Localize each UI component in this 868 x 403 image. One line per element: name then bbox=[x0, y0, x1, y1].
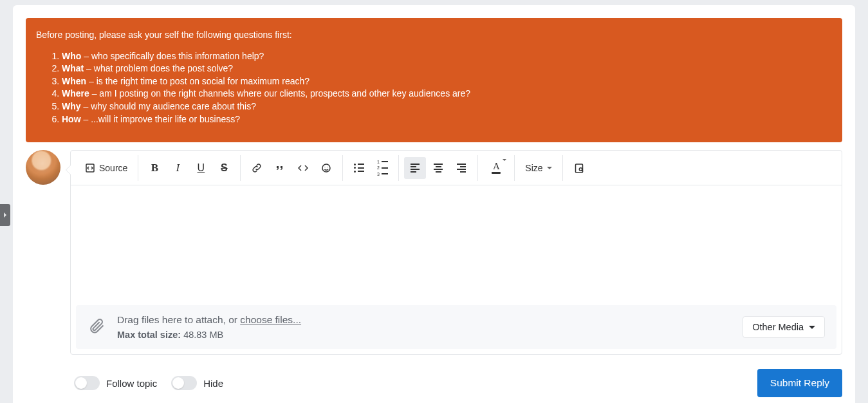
paperclip-icon bbox=[88, 317, 106, 337]
avatar[interactable] bbox=[26, 150, 60, 185]
other-media-button[interactable]: Other Media bbox=[743, 316, 825, 338]
font-size-button[interactable]: Size bbox=[520, 157, 557, 179]
emoji-button[interactable] bbox=[315, 157, 337, 179]
bold-button[interactable]: B bbox=[143, 157, 165, 179]
svg-point-2 bbox=[325, 167, 326, 167]
strike-button[interactable]: S bbox=[213, 157, 235, 179]
editor-textarea[interactable] bbox=[71, 185, 842, 305]
attach-instruction: Drag files here to attach, or choose fil… bbox=[117, 314, 731, 326]
editor-frame: Source B I U S bbox=[70, 150, 842, 355]
bullet-list-button[interactable] bbox=[348, 157, 370, 179]
align-left-button[interactable] bbox=[404, 157, 426, 179]
guideline-item: Where – am I posting on the right channe… bbox=[62, 88, 832, 100]
source-label: Source bbox=[99, 163, 127, 173]
source-button[interactable]: Source bbox=[80, 157, 133, 179]
align-center-button[interactable] bbox=[427, 157, 449, 179]
guideline-item: Who – who specifically does this informa… bbox=[62, 50, 832, 63]
guideline-item: When – is the right time to post on soci… bbox=[62, 75, 832, 88]
guidelines-intro: Before posting, please ask your self the… bbox=[36, 29, 832, 42]
hide-label: Hide bbox=[203, 378, 223, 389]
quote-button[interactable] bbox=[269, 157, 291, 179]
footer-row: Follow topic Hide Submit Reply bbox=[26, 355, 842, 403]
attachment-area: Drag files here to attach, or choose fil… bbox=[76, 305, 836, 349]
follow-topic-toggle[interactable] bbox=[74, 376, 100, 390]
svg-point-1 bbox=[322, 164, 330, 172]
posting-guidelines: Before posting, please ask your self the… bbox=[26, 18, 842, 142]
attach-max-size: Max total size: 48.83 MB bbox=[117, 330, 731, 340]
underline-button[interactable]: U bbox=[190, 157, 212, 179]
choose-files-link[interactable]: choose files... bbox=[240, 314, 301, 325]
preview-button[interactable] bbox=[568, 157, 590, 179]
italic-button[interactable]: I bbox=[167, 157, 189, 179]
submit-reply-button[interactable]: Submit Reply bbox=[757, 369, 842, 397]
number-list-button[interactable]: 1 2 3 bbox=[371, 157, 393, 179]
code-button[interactable] bbox=[292, 157, 314, 179]
guideline-item: What – what problem does the post solve? bbox=[62, 62, 832, 75]
text-color-button[interactable]: A bbox=[483, 157, 509, 179]
hide-toggle[interactable] bbox=[171, 376, 197, 390]
expand-side-tab[interactable] bbox=[0, 204, 10, 226]
size-label: Size bbox=[525, 163, 542, 173]
svg-point-3 bbox=[328, 167, 328, 167]
editor-toolbar: Source B I U S bbox=[71, 151, 842, 185]
follow-topic-label: Follow topic bbox=[106, 378, 157, 389]
align-right-button[interactable] bbox=[450, 157, 472, 179]
guideline-item: Why – why should my audience care about … bbox=[62, 100, 832, 113]
reply-card: Before posting, please ask your self the… bbox=[13, 5, 855, 403]
other-media-label: Other Media bbox=[752, 322, 804, 332]
guideline-item: How – ...will it improve their life or b… bbox=[62, 113, 832, 126]
link-button[interactable] bbox=[246, 157, 268, 179]
